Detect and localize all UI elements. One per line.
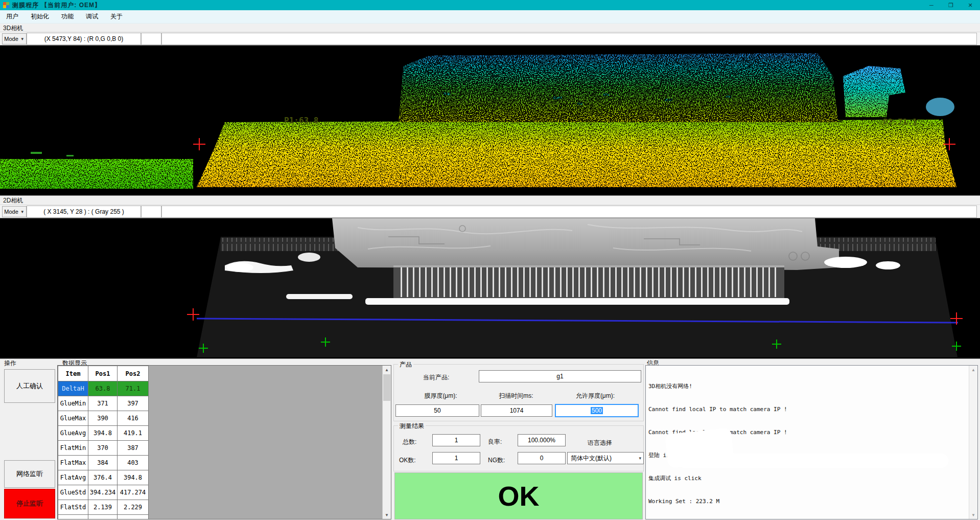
camera3d-toolbar: Mode ▼ (X 5473,Y 84) : (R 0,G 0,B 0) (0, 32, 980, 46)
product-group-title: 产品 (398, 360, 413, 369)
camera2d-toolbar: Mode ▼ ( X 3145, Y 28 ) : ( Gray 255 ) (0, 205, 980, 218)
cell-pos2: 417.274 (118, 485, 149, 500)
camera2d-mode-label: Mode (4, 209, 18, 215)
chevron-down-icon: ▼ (20, 37, 25, 41)
chevron-down-icon: ▼ (20, 210, 25, 214)
manual-confirm-button[interactable]: 人工确认 (4, 369, 55, 403)
table-row[interactable]: FlatMin 370 387 (58, 441, 149, 456)
camera3d-status-cell-3 (161, 33, 977, 45)
current-product-field[interactable]: g1 (479, 370, 641, 382)
table-row[interactable]: GlueMin 371 397 (58, 396, 149, 411)
log-line: 3D相机没有网络! (648, 382, 967, 390)
scroll-down-icon[interactable]: ▼ (383, 511, 391, 519)
menu-item-user[interactable]: 用户 (0, 10, 25, 23)
camera2d-status-cell-2 (141, 206, 161, 218)
cell-item: FlatAvg (58, 470, 88, 485)
cell-item: GlueAvg (58, 426, 88, 441)
measurement-groupbox: 测量结果 (393, 425, 644, 471)
title-bar: 测膜程序 【当前用户: OEM】 ─ ❐ ✕ (0, 0, 980, 10)
camera3d-mode-button[interactable]: Mode ▼ (2, 33, 27, 44)
cell-item: GlueMin (58, 396, 88, 411)
table-row[interactable]: DeltaH 63.8 71.1 (58, 381, 149, 396)
film-thickness-field[interactable]: 50 (395, 404, 479, 417)
scroll-up-icon[interactable]: ▲ (969, 366, 977, 374)
ok-count-field[interactable]: 1 (432, 452, 480, 464)
ng-count-field[interactable]: 0 (518, 452, 566, 464)
result-banner: OK (394, 472, 643, 519)
stop-listen-button[interactable]: 停止监听 (4, 489, 55, 518)
language-select-label: 语言选择 (588, 439, 612, 447)
table-scrollbar[interactable]: ▲ ▼ (382, 366, 391, 519)
cell-pos2: 2.229 (118, 500, 149, 515)
measurement-group-title: 测量结果 (398, 422, 426, 431)
network-listen-button[interactable]: 网络监听 (4, 460, 55, 488)
app-icon (3, 2, 9, 8)
menu-item-function[interactable]: 功能 (55, 10, 80, 23)
camera3d-mode-label: Mode (4, 36, 18, 42)
cell-pos2: 71.1 (118, 381, 149, 396)
chevron-down-icon: ▾ (639, 456, 641, 461)
total-field[interactable]: 1 (432, 434, 480, 446)
scan-time-label: 扫描时间ms: (480, 392, 552, 400)
cell-pos2: 416 (118, 411, 149, 426)
cell-pos1: 2.139 (88, 500, 118, 515)
language-dropdown-value: 简体中文(默认) (571, 454, 612, 463)
cell-pos2: 394.8 (118, 470, 149, 485)
p1-measure-label: P1:63.8 (284, 116, 318, 125)
cell-pos1: 384 (88, 456, 118, 470)
ok-count-label: OK数: (399, 456, 416, 465)
yield-label: 良率: (488, 438, 502, 446)
cell-pos1: 2583.5 (88, 515, 118, 520)
close-button[interactable]: ✕ (961, 0, 980, 10)
allow-thickness-field[interactable]: 500 (555, 404, 639, 417)
window-title: 测膜程序 【当前用户: OEM】 (12, 1, 101, 10)
cell-pos2: 403 (118, 456, 149, 470)
camera2d-image-view[interactable] (0, 218, 980, 359)
table-row[interactable]: X 2583.5 7966.7 (58, 515, 149, 520)
operation-panel-title: 操作 (4, 359, 16, 368)
language-dropdown[interactable]: 简体中文(默认) ▾ (567, 452, 644, 464)
table-row[interactable]: GlueMax 390 416 (58, 411, 149, 426)
camera2d-cursor-status: ( X 3145, Y 28 ) : ( Gray 255 ) (27, 206, 141, 218)
menu-item-about[interactable]: 关于 (104, 10, 129, 23)
log-scrollbar[interactable]: ▲ ▼ (969, 366, 977, 519)
total-label: 总数: (403, 438, 416, 446)
scan-time-field[interactable]: 1074 (481, 404, 552, 417)
cell-item: FlatMin (58, 441, 88, 456)
current-product-label: 当前产品: (423, 373, 449, 382)
maximize-button[interactable]: ❐ (941, 0, 961, 10)
scrollbar-thumb[interactable] (383, 374, 390, 401)
camera2d-mode-button[interactable]: Mode ▼ (2, 206, 27, 217)
col-header-pos1: Pos1 (88, 366, 118, 381)
camera2d-status-cell-3 (161, 206, 977, 218)
scroll-down-icon[interactable]: ▼ (969, 511, 977, 519)
menu-item-debug[interactable]: 调试 (80, 10, 104, 23)
log-line: 集成调试 is click (648, 474, 967, 482)
table-row[interactable]: FlatStd 2.139 2.229 (58, 500, 149, 515)
table-row[interactable]: FlatAvg 376.4 394.8 (58, 470, 149, 485)
cell-pos1: 370 (88, 441, 118, 456)
cell-item: DeltaH (58, 381, 88, 396)
minimize-button[interactable]: ─ (922, 0, 941, 10)
camera3d-cursor-status: (X 5473,Y 84) : (R 0,G 0,B 0) (27, 33, 141, 45)
pcb-part (332, 218, 839, 270)
table-header-row: Item Pos1 Pos2 (58, 366, 149, 381)
cell-pos1: 394.8 (88, 426, 118, 441)
camera3d-image-view[interactable]: P1:63.8 P2:71.1 (0, 45, 980, 196)
cell-pos1: 390 (88, 411, 118, 426)
selected-text: 500 (591, 407, 603, 414)
cell-pos1: 63.8 (88, 381, 118, 396)
table-row[interactable]: GlueStd 394.234 417.274 (58, 485, 149, 500)
data-table-container: Item Pos1 Pos2 DeltaH 63.8 71.1 GlueMin … (57, 365, 391, 519)
cell-item: FlatMax (58, 456, 88, 470)
table-row[interactable]: FlatMax 384 403 (58, 456, 149, 470)
measurement-table: Item Pos1 Pos2 DeltaH 63.8 71.1 GlueMin … (58, 366, 149, 519)
menu-item-init[interactable]: 初始化 (25, 10, 55, 23)
yield-field[interactable]: 100.000% (518, 434, 566, 446)
menu-bar: 用户 初始化 功能 调试 关于 (0, 10, 980, 24)
grayscale-2d-image (0, 218, 980, 358)
cell-pos1: 376.4 (88, 470, 118, 485)
scroll-up-icon[interactable]: ▲ (383, 366, 391, 374)
table-row[interactable]: GlueAvg 394.8 419.1 (58, 426, 149, 441)
log-output[interactable]: 3D相机没有网络! Cannot find local IP to match … (645, 365, 978, 519)
